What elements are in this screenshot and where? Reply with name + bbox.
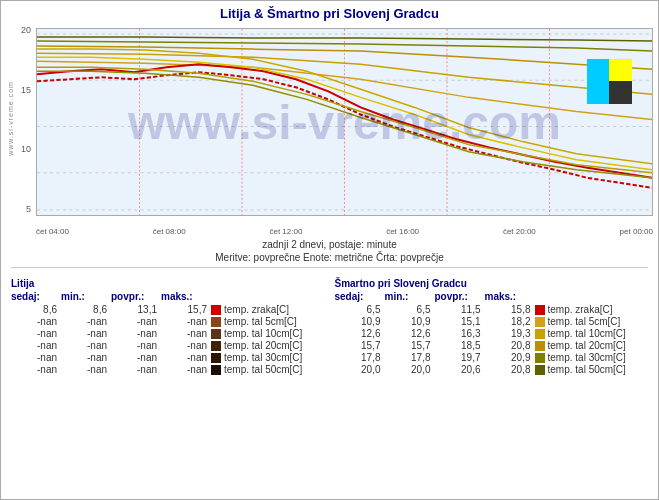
cell-maks: -nan [161,340,211,351]
cell-min: 10,9 [385,316,435,327]
chart-title: Litija & Šmartno pri Slovenj Gradcu [1,1,658,23]
x-axis: čet 04:00 čet 08:00 čet 12:00 čet 16:00 … [36,227,653,236]
cell-label: temp. zraka[C] [211,304,325,315]
cell-maks: 18,2 [485,316,535,327]
cell-min: -nan [61,328,111,339]
table-row: -nan -nan -nan -nan temp. tal 20cm[C] [11,340,325,351]
cell-label: temp. tal 20cm[C] [211,340,325,351]
smartno-header: sedaj: min.: povpr.: maks.: [335,291,649,302]
legend-color [211,305,221,315]
cell-min: 12,6 [385,328,435,339]
cell-sedaj: 12,6 [335,328,385,339]
cell-povpr: 11,5 [435,304,485,315]
legend-text: temp. tal 20cm[C] [224,340,302,351]
legend-color [535,365,545,375]
table-row: 12,6 12,6 16,3 19,3 temp. tal 10cm[C] [335,328,649,339]
cell-min: 17,8 [385,352,435,363]
x-label-5: čet 20:00 [503,227,536,236]
cell-povpr: 13,1 [111,304,161,315]
cell-min: 15,7 [385,340,435,351]
hdr2-label [535,291,649,302]
legend-color [535,353,545,363]
x-label-4: čet 16:00 [386,227,419,236]
cell-min: 6,5 [385,304,435,315]
cell-sedaj: 17,8 [335,352,385,363]
legend-color [211,341,221,351]
litija-header: sedaj: min.: povpr.: maks.: [11,291,325,302]
cell-min: 8,6 [61,304,111,315]
cell-sedaj: 6,5 [335,304,385,315]
cell-sedaj: -nan [11,364,61,375]
legend-text: temp. tal 30cm[C] [224,352,302,363]
cell-sedaj: -nan [11,328,61,339]
legend-color [535,341,545,351]
legend-text: temp. tal 5cm[C] [224,316,297,327]
table-row: -nan -nan -nan -nan temp. tal 10cm[C] [11,328,325,339]
cell-label: temp. zraka[C] [535,304,649,315]
table-row: -nan -nan -nan -nan temp. tal 50cm[C] [11,364,325,375]
cell-maks: -nan [161,352,211,363]
chart-area: www.si-vreme.com 20 15 10 5 www.si-vreme… [1,23,658,238]
legend-text: temp. tal 50cm[C] [548,364,626,375]
cell-sedaj: -nan [11,352,61,363]
x-label-2: čet 08:00 [153,227,186,236]
cell-label: temp. tal 20cm[C] [535,340,649,351]
logo [587,59,632,104]
cell-sedaj: 8,6 [11,304,61,315]
cell-sedaj: 10,9 [335,316,385,327]
hdr2-maks: maks.: [485,291,535,302]
cell-sedaj: 20,0 [335,364,385,375]
cell-povpr: 18,5 [435,340,485,351]
legend-color [211,317,221,327]
cell-min: -nan [61,340,111,351]
cell-label: temp. tal 50cm[C] [535,364,649,375]
x-label-3: čet 12:00 [269,227,302,236]
cell-sedaj: -nan [11,340,61,351]
main-container: Litija & Šmartno pri Slovenj Gradcu www.… [0,0,659,500]
table-row: 17,8 17,8 19,7 20,9 temp. tal 30cm[C] [335,352,649,363]
cell-min: 20,0 [385,364,435,375]
data-section: Litija sedaj: min.: povpr.: maks.: 8,6 8… [1,271,658,376]
legend-text: temp. zraka[C] [548,304,613,315]
legend-color [535,329,545,339]
table-row: -nan -nan -nan -nan temp. tal 30cm[C] [11,352,325,363]
hdr-povpr: povpr.: [111,291,161,302]
cell-maks: 15,8 [485,304,535,315]
hdr-label [211,291,325,302]
table-row: 10,9 10,9 15,1 18,2 temp. tal 5cm[C] [335,316,649,327]
cell-povpr: -nan [111,340,161,351]
cell-maks: -nan [161,364,211,375]
legend-text: temp. tal 50cm[C] [224,364,302,375]
smartno-title: Šmartno pri Slovenj Gradcu [335,278,649,289]
cell-povpr: 15,1 [435,316,485,327]
legend-text: temp. tal 20cm[C] [548,340,626,351]
legend-color [211,329,221,339]
cell-povpr: 16,3 [435,328,485,339]
cell-povpr: -nan [111,364,161,375]
smartno-rows: 6,5 6,5 11,5 15,8 temp. zraka[C] 10,9 10… [335,304,649,375]
cell-label: temp. tal 5cm[C] [535,316,649,327]
legend-text: temp. zraka[C] [224,304,289,315]
cell-min: -nan [61,352,111,363]
svg-rect-1 [609,59,632,81]
litija-section: Litija sedaj: min.: povpr.: maks.: 8,6 8… [11,275,325,376]
cell-label: temp. tal 30cm[C] [211,352,325,363]
hdr2-min: min.: [385,291,435,302]
cell-maks: 20,9 [485,352,535,363]
x-label-1: čet 04:00 [36,227,69,236]
legend-color [535,317,545,327]
svg-rect-0 [587,59,609,104]
cell-maks: -nan [161,316,211,327]
legend-color [211,353,221,363]
legend-text: temp. tal 10cm[C] [224,328,302,339]
cell-label: temp. tal 50cm[C] [211,364,325,375]
cell-povpr: -nan [111,316,161,327]
table-row: 15,7 15,7 18,5 20,8 temp. tal 20cm[C] [335,340,649,351]
cell-maks: 15,7 [161,304,211,315]
litija-title: Litija [11,278,325,289]
cell-label: temp. tal 30cm[C] [535,352,649,363]
cell-maks: 20,8 [485,364,535,375]
hdr-maks: maks.: [161,291,211,302]
subtitle-2: Meritve: povprečne Enote: metrične Črta:… [1,251,658,264]
cell-label: temp. tal 5cm[C] [211,316,325,327]
